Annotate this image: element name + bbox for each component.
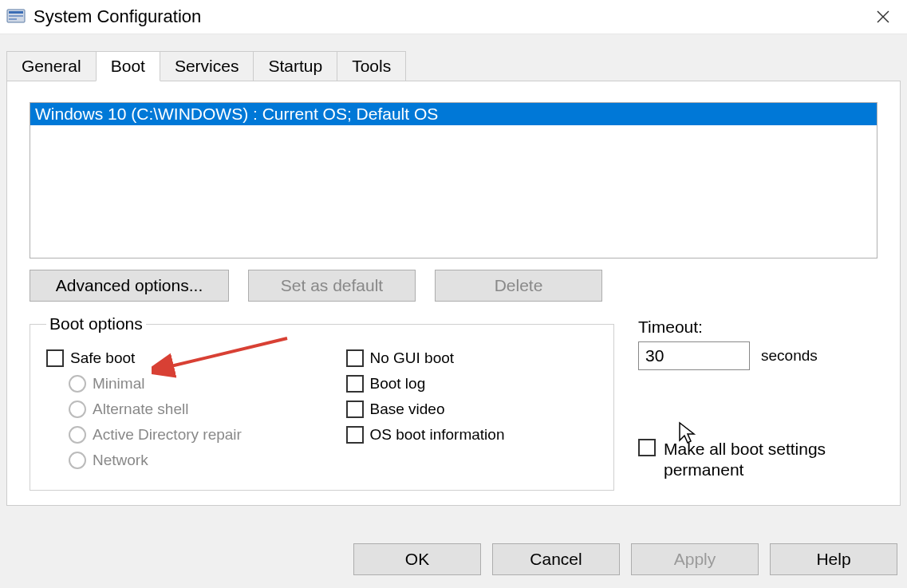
make-permanent-label: Make all boot settings permanent bbox=[664, 439, 877, 481]
alternate-shell-radio bbox=[69, 401, 86, 418]
lower-row: Boot options Safe boot Minimal bbox=[30, 314, 877, 491]
svg-rect-3 bbox=[9, 18, 17, 20]
apply-button: Apply bbox=[631, 543, 759, 575]
network-label: Network bbox=[93, 452, 148, 469]
tab-general[interactable]: General bbox=[6, 51, 97, 81]
os-buttons-row: Advanced options... Set as default Delet… bbox=[30, 270, 877, 302]
timeout-panel: Timeout: seconds Make all boot settings … bbox=[638, 314, 877, 491]
title-bar: System Configuration bbox=[0, 0, 907, 34]
network-option: Network bbox=[69, 452, 298, 469]
safe-boot-option[interactable]: Safe boot bbox=[46, 349, 298, 367]
minimal-label: Minimal bbox=[93, 375, 144, 393]
tab-boot[interactable]: Boot bbox=[96, 51, 160, 81]
ad-repair-label: Active Directory repair bbox=[93, 426, 242, 444]
alternate-shell-option: Alternate shell bbox=[69, 401, 298, 418]
no-gui-boot-checkbox[interactable] bbox=[346, 349, 364, 367]
boot-log-checkbox[interactable] bbox=[346, 375, 364, 393]
cancel-button[interactable]: Cancel bbox=[492, 543, 620, 575]
close-button[interactable] bbox=[859, 0, 907, 34]
advanced-options-button[interactable]: Advanced options... bbox=[30, 270, 229, 302]
minimal-option: Minimal bbox=[69, 375, 298, 393]
app-icon bbox=[6, 7, 26, 26]
make-permanent-option[interactable]: Make all boot settings permanent bbox=[638, 439, 877, 481]
svg-rect-2 bbox=[9, 15, 23, 17]
boot-options-legend: Boot options bbox=[46, 314, 146, 333]
timeout-unit: seconds bbox=[761, 347, 818, 365]
no-gui-boot-option[interactable]: No GUI boot bbox=[346, 349, 598, 367]
os-boot-info-option[interactable]: OS boot information bbox=[346, 426, 598, 444]
timeout-input[interactable] bbox=[638, 341, 750, 370]
window-title: System Configuration bbox=[34, 6, 201, 27]
dialog-buttons: OK Cancel Apply Help bbox=[353, 543, 897, 575]
boot-options-col-left: Safe boot Minimal Alternate shell A bbox=[46, 343, 298, 477]
timeout-label: Timeout: bbox=[638, 318, 877, 337]
os-boot-info-label: OS boot information bbox=[370, 426, 505, 444]
help-button[interactable]: Help bbox=[770, 543, 897, 575]
os-list[interactable]: Windows 10 (C:\WINDOWS) : Current OS; De… bbox=[30, 102, 877, 258]
boot-log-option[interactable]: Boot log bbox=[346, 375, 598, 393]
os-boot-info-checkbox[interactable] bbox=[346, 426, 364, 444]
boot-options-group: Boot options Safe boot Minimal bbox=[30, 314, 614, 491]
base-video-label: Base video bbox=[370, 401, 445, 418]
no-gui-boot-label: No GUI boot bbox=[370, 349, 455, 367]
boot-options-col-right: No GUI boot Boot log Base video OS bbox=[346, 343, 598, 477]
boot-tab-panel: Windows 10 (C:\WINDOWS) : Current OS; De… bbox=[6, 81, 901, 506]
minimal-radio bbox=[69, 375, 86, 393]
boot-log-label: Boot log bbox=[370, 375, 426, 393]
base-video-checkbox[interactable] bbox=[346, 401, 364, 418]
network-radio bbox=[69, 452, 86, 469]
ad-repair-radio bbox=[69, 426, 86, 444]
svg-rect-1 bbox=[9, 11, 23, 14]
tab-startup[interactable]: Startup bbox=[253, 51, 337, 81]
os-list-item[interactable]: Windows 10 (C:\WINDOWS) : Current OS; De… bbox=[30, 103, 877, 125]
safe-boot-label: Safe boot bbox=[70, 349, 135, 367]
tab-strip: General Boot Services Startup Tools bbox=[6, 50, 901, 81]
tab-tools[interactable]: Tools bbox=[337, 51, 406, 81]
ok-button[interactable]: OK bbox=[353, 543, 481, 575]
ad-repair-option: Active Directory repair bbox=[69, 426, 298, 444]
alternate-shell-label: Alternate shell bbox=[93, 401, 188, 418]
safe-boot-checkbox[interactable] bbox=[46, 349, 64, 367]
set-as-default-button: Set as default bbox=[248, 270, 416, 302]
make-permanent-checkbox[interactable] bbox=[638, 439, 656, 456]
content-area: General Boot Services Startup Tools Wind… bbox=[0, 34, 907, 588]
delete-button: Delete bbox=[435, 270, 602, 302]
base-video-option[interactable]: Base video bbox=[346, 401, 598, 418]
tab-services[interactable]: Services bbox=[160, 51, 254, 81]
